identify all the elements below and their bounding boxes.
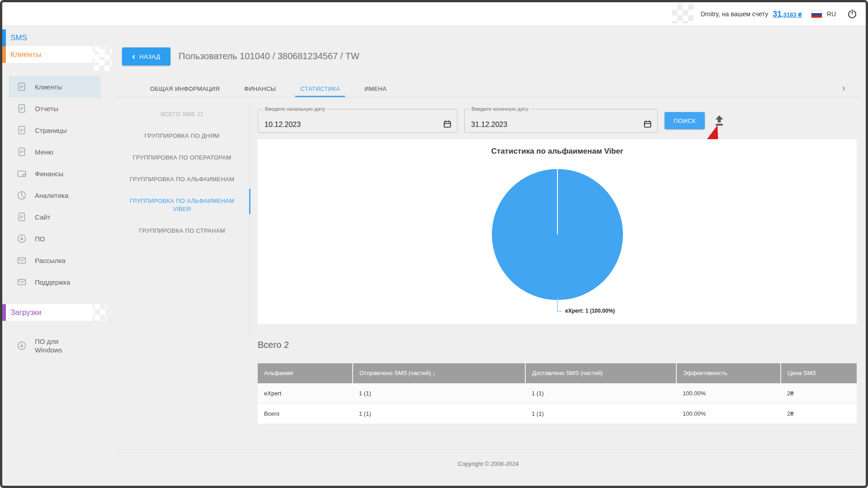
sidebar-section-downloads[interactable]: Загрузки (2, 304, 93, 321)
tab-general-info[interactable]: ОБЩАЯ ИНФОРМАЦИЯ (138, 80, 232, 97)
pie-callout-leader-line (557, 311, 561, 312)
sidebar-item-label: ПО для Windows (35, 337, 66, 354)
sidebar-section-sms-label: SMS (10, 33, 27, 42)
table-row: eXpert 1 (1) 1 (1) 100.00% 2₴ (258, 383, 857, 404)
download-icon (17, 234, 27, 244)
upload-export-icon[interactable] (712, 114, 726, 127)
pixel-decoration-topbar (672, 5, 693, 23)
pie-callout-label: eXpert: 1 (100.00%) (565, 308, 615, 314)
power-logout-icon[interactable] (847, 9, 858, 19)
submenu-active-indicator (249, 189, 250, 214)
sidebar-item-finances[interactable]: Финансы (9, 163, 101, 184)
start-date-label: Введите начальную дату (263, 106, 327, 112)
alphanames-table: Альфаимя Отправлено SMS (частей) ↓ Доста… (258, 363, 857, 424)
back-button[interactable]: ‹ НАЗАД (122, 47, 170, 66)
sidebar-item-software[interactable]: ПО (9, 228, 101, 249)
sidebar-item-windows-software[interactable]: ПО для Windows (9, 331, 101, 360)
sidebar-item-label: Финансы (35, 169, 63, 178)
statistics-submenu: ВСЕГО SMS 11 ГРУППИРОВКА ПО ДНЯМ ГРУППИР… (118, 103, 246, 242)
sms-accent-bar (2, 29, 6, 46)
sidebar-item-reports[interactable]: Отчеты (9, 98, 101, 119)
cell-effectiveness: 100.00% (676, 383, 781, 404)
tabs-scroll-right-icon[interactable]: › (842, 83, 845, 93)
table-header-row: Альфаимя Отправлено SMS (частей) ↓ Доста… (258, 363, 857, 383)
app-root: Dmitry, на вашем счету 31,3183 ₴ RU SMS … (2, 2, 866, 486)
calendar-icon[interactable] (643, 120, 652, 128)
cell-delivered: 1 (1) (525, 404, 676, 424)
back-button-label: НАЗАД (139, 53, 160, 60)
submenu-group-by-alphanames-viber[interactable]: ГРУППИРОВКА ПО АЛЬФАИМЕНАМ VIBER (118, 190, 246, 220)
table-summary: Всего 2 (258, 340, 289, 350)
calendar-icon[interactable] (443, 120, 452, 128)
start-date-field[interactable]: Введите начальную дату 10.12.2023 (258, 106, 458, 133)
sidebar-item-pages[interactable]: Страницы (9, 119, 101, 141)
russian-flag-icon[interactable] (811, 10, 822, 18)
balance-link[interactable]: 31,3183 ₴ (773, 9, 802, 19)
tabs-divider (118, 97, 859, 98)
user-greeting: Dmitry, на вашем счету (701, 10, 768, 18)
cell-alphaname: Всего (258, 404, 353, 424)
browser-window: Dmitry, на вашем счету 31,3183 ₴ RU SMS … (0, 0, 868, 488)
sidebar-item-label: Отчеты (35, 104, 58, 113)
tab-finances[interactable]: ФИНАНСЫ (232, 80, 288, 97)
cell-effectiveness: 100.00% (676, 404, 781, 424)
sidebar-item-label: Аналитика (35, 191, 68, 200)
document-icon (17, 82, 27, 92)
downloads-accent-bar (2, 304, 6, 321)
column-header-delivered-sms[interactable]: Доставлено SMS (частей) (525, 363, 676, 383)
cell-sent: 1 (1) (353, 383, 525, 404)
cell-sent: 1 (1) (353, 404, 525, 424)
pie-slice-border (557, 169, 558, 235)
column-header-sent-sms-sorted[interactable]: Отправлено SMS (частей) ↓ (353, 363, 525, 383)
sidebar-item-site[interactable]: Сайт (9, 206, 101, 228)
search-button[interactable]: ПОИСК (665, 112, 705, 129)
end-date-label: Введите конечную дату (469, 106, 531, 112)
pie-slice-expert (492, 169, 623, 300)
submenu-divider (250, 104, 250, 337)
tab-statistics[interactable]: СТАТИСТИКА (288, 80, 352, 97)
clients-accent-bar (2, 46, 6, 63)
document-icon (17, 147, 27, 157)
cell-alphaname: eXpert (258, 383, 353, 404)
end-date-field[interactable]: Введите конечную дату 31.12.2023 (464, 106, 658, 133)
sidebar-section-sms[interactable]: SMS (2, 29, 98, 46)
copyright: Copyright © 2008-2024 (118, 460, 859, 467)
cell-delivered: 1 (1) (525, 383, 676, 404)
sidebar-item-label: Страницы (35, 126, 66, 135)
pixel-decoration-content (94, 49, 112, 71)
sidebar-item-label: Меню (35, 148, 53, 156)
chevron-left-icon: ‹ (132, 52, 135, 60)
balance-fraction: ,3183 ₴ (782, 11, 802, 18)
start-date-value[interactable]: 10.12.2023 (264, 121, 301, 129)
submenu-group-by-alphanames[interactable]: ГРУППИРОВКА ПО АЛЬФАИМЕНАМ (118, 169, 246, 190)
submenu-group-by-days[interactable]: ГРУППИРОВКА ПО ДНЯМ (118, 125, 246, 147)
submenu-group-by-operators[interactable]: ГРУППИРОВКА ПО ОПЕРАТОРАМ (118, 147, 246, 169)
document-icon (17, 103, 27, 113)
cell-price: 2₴ (781, 404, 857, 424)
sidebar-section-clients-label: Клиенты (10, 50, 41, 59)
chart-card: Статистика по альфаименам Viber eXpert: … (258, 139, 857, 324)
topbar-right-cluster: Dmitry, на вашем счету 31,3183 ₴ RU (672, 2, 858, 26)
language-label[interactable]: RU (827, 10, 836, 18)
sidebar-section-downloads-label: Загрузки (10, 308, 41, 317)
column-header-sms-price[interactable]: Цена SMS (781, 363, 857, 383)
sidebar-section-clients[interactable]: Клиенты (2, 46, 93, 63)
pie-chart-icon (17, 190, 27, 200)
envelope-icon (17, 255, 27, 265)
sidebar-item-label: Рассылка (35, 256, 66, 265)
table-row-total: Всего 1 (1) 1 (1) 100.00% 2₴ (258, 404, 857, 424)
tab-names[interactable]: ИМЕНА (352, 80, 399, 97)
sidebar-item-support[interactable]: Поддержка (9, 271, 101, 293)
sidebar-item-analytics[interactable]: Аналитика (9, 184, 101, 206)
end-date-value[interactable]: 31.12.2023 (471, 121, 507, 129)
submenu-group-by-countries[interactable]: ГРУППИРОВКА ПО СТРАНАМ (118, 220, 246, 242)
cell-price: 2₴ (781, 383, 857, 404)
column-header-effectiveness[interactable]: Эффективность (676, 363, 781, 383)
column-header-alphaname[interactable]: Альфаимя (258, 363, 353, 383)
chart-title: Статистика по альфаименам Viber (258, 147, 857, 156)
sidebar-item-mailing[interactable]: Рассылка (9, 249, 101, 271)
footer-divider (118, 450, 859, 450)
wallet-icon (17, 169, 27, 178)
sidebar-item-clients[interactable]: Клиенты (9, 76, 101, 98)
sidebar-item-menu[interactable]: Меню (9, 141, 101, 163)
